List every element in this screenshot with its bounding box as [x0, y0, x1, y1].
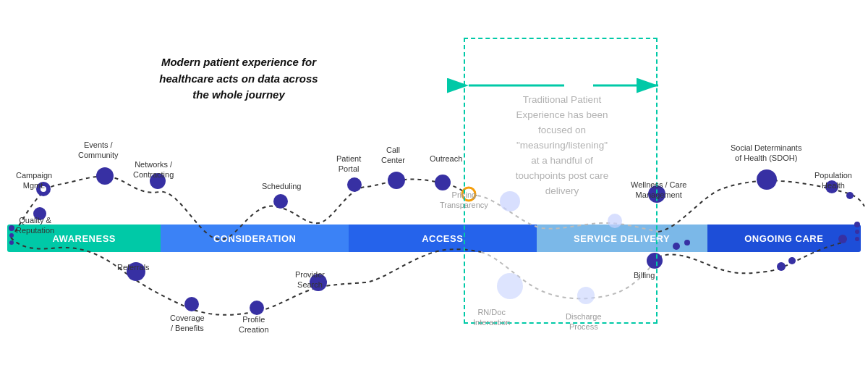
main-container: Modern patient experience for healthcare… — [0, 0, 868, 386]
label-social-determinants: Social Determinantsof Health (SDOH) — [731, 143, 801, 164]
svg-point-13 — [757, 169, 777, 190]
svg-point-20 — [497, 273, 523, 299]
svg-point-17 — [184, 297, 199, 311]
label-profile-creation: ProfileCreation — [239, 314, 269, 335]
label-pricing-transparency: PricingTransparency — [440, 190, 488, 211]
svg-point-8 — [435, 175, 451, 190]
label-outreach: Outreach — [430, 154, 462, 164]
svg-point-7 — [388, 172, 405, 189]
label-campaign-mgmt: CampaignMgmt. — [16, 170, 52, 191]
label-referrals: Referrals — [117, 262, 150, 272]
journey-bar: AWARENESS CONSIDERATION ACCESS SERVICE D… — [7, 225, 861, 252]
svg-point-5 — [273, 194, 288, 209]
segment-consideration: CONSIDERATION — [161, 225, 349, 252]
svg-point-21 — [577, 287, 595, 304]
label-quality-reputation: Quality &Reputation — [16, 215, 54, 236]
svg-point-26 — [788, 257, 796, 264]
label-patient-portal: PatientPortal — [336, 154, 361, 175]
label-discharge-process: DischargeProcess — [566, 311, 602, 332]
svg-point-18 — [250, 301, 264, 315]
label-coverage-benefits: Coverage/ Benefits — [170, 313, 205, 334]
svg-point-15 — [846, 192, 854, 199]
segment-service-delivery: SERVICE DELIVERY — [537, 225, 707, 252]
journey-svg — [0, 0, 868, 386]
svg-point-22 — [647, 253, 663, 269]
label-events-community: Events /Community — [78, 140, 119, 161]
label-wellness-care: Wellness / CareManagement — [631, 180, 686, 201]
svg-point-6 — [347, 177, 362, 192]
segment-ongoing-care: ONGOING CARE — [707, 225, 861, 252]
label-networks-contracting: Networks /Contracting — [133, 159, 174, 180]
label-provider-search: ProviderSearch — [295, 269, 325, 290]
svg-point-25 — [777, 262, 786, 271]
label-scheduling: Scheduling — [262, 181, 301, 191]
label-population-health: PopulationHealth — [814, 170, 852, 191]
traditional-text: Traditional Patient Experience has been … — [469, 93, 655, 198]
modern-patient-text: Modern patient experience for healthcare… — [159, 54, 318, 104]
label-billing: Billing — [634, 270, 655, 280]
label-call-center: CallCenter — [381, 145, 405, 166]
segment-access: ACCESS — [349, 225, 537, 252]
label-rn-doc: RN/DocInteraction — [473, 307, 510, 328]
svg-point-2 — [96, 167, 114, 185]
